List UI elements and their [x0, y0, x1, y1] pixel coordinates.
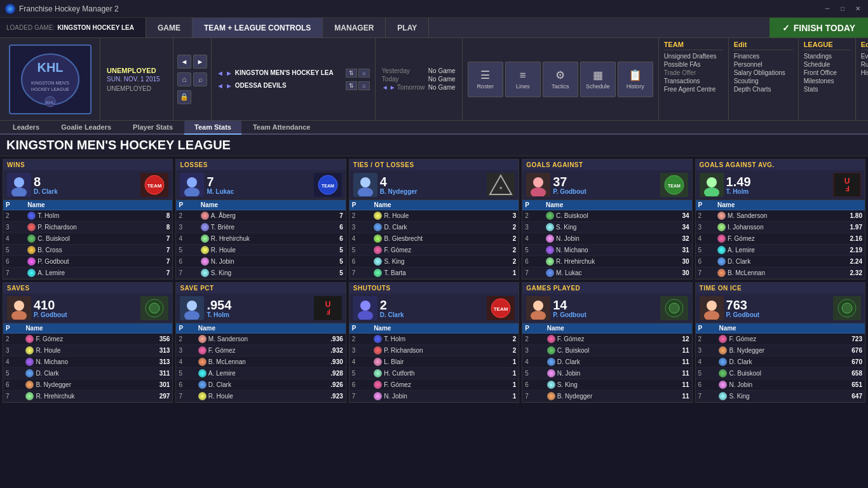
team2-icon1-button[interactable]: ⇅ — [346, 81, 357, 90]
player-icon — [374, 369, 382, 377]
row-pos: 5 — [696, 245, 715, 256]
wins-leader-value: 8 — [34, 175, 138, 188]
history-button[interactable]: 📋 History — [618, 62, 653, 97]
toi-title: TIME ON ICE — [696, 283, 865, 294]
row-value: 11 — [663, 356, 692, 368]
losses-team-svg: TEAM — [315, 173, 341, 196]
game-menu-button[interactable]: GAME — [146, 18, 193, 37]
league-menu-item-4[interactable]: Stats — [804, 85, 850, 93]
gp-team-logo — [660, 296, 688, 320]
row-pos: 7 — [3, 391, 23, 402]
tomorrow-next-button[interactable]: ► — [390, 84, 396, 91]
toi-value: 763 — [726, 299, 831, 311]
manager-menu-button[interactable]: MANAGER — [323, 18, 386, 37]
toi-team-svg — [834, 297, 860, 320]
row-name: P. Godbout — [25, 256, 152, 268]
minimize-button[interactable]: ─ — [822, 4, 832, 14]
saves-leader-info: 410 P. Godbout — [34, 299, 138, 318]
edit-menu-item-2[interactable]: Salary Obligations — [734, 69, 793, 77]
tactics-button[interactable]: ⚙ Tactics — [543, 62, 578, 97]
finish-today-button[interactable]: ✓ FINISH TODAY — [770, 18, 868, 37]
row-name: F. Gómez — [715, 233, 829, 245]
schedule-button[interactable]: ▦ Schedule — [580, 62, 616, 97]
league-menu-item-0[interactable]: Standings — [804, 52, 850, 60]
team-logo-svg: KHL KINGSTON MEN'S HOCKEY LEAGUE KHL — [12, 48, 88, 111]
table-row: 6 D. Clark .926 — [176, 379, 345, 391]
league-edit-item-1[interactable]: Rules — [861, 60, 868, 69]
lock-icon-button[interactable]: 🔒 — [177, 90, 191, 104]
goals-against-team-svg: TEAM — [661, 173, 687, 196]
tab-goalie-leaders[interactable]: Goalie Leaders — [51, 121, 121, 135]
gp-th-p: P — [522, 323, 544, 334]
tab-player-stats[interactable]: Player Stats — [123, 121, 183, 135]
row-pos: 6 — [522, 379, 544, 391]
saves-team-logo — [140, 296, 168, 320]
player-icon — [374, 212, 382, 220]
team-menu-item-0[interactable]: Unsigned Draftees — [664, 52, 723, 60]
gaa-table: PName 2 M. Sanderson 1.80 3 I. Johansson… — [696, 200, 865, 279]
nav-prev-button[interactable]: ◄ — [177, 55, 191, 69]
nav-next-button[interactable]: ► — [193, 55, 207, 69]
player-icon — [717, 246, 726, 254]
row-pos: 4 — [522, 233, 543, 245]
row-name: B. Cross — [25, 245, 152, 256]
ga-th-val — [665, 200, 692, 210]
team-menu-item-2[interactable]: Trade Offer — [664, 69, 723, 77]
edit-menu-item-3[interactable]: Scouting — [734, 77, 793, 85]
team1-icon2-button[interactable]: ⌂ — [358, 69, 370, 78]
table-row: 4 F. Gómez 2.16 — [696, 233, 865, 245]
maximize-button[interactable]: □ — [837, 4, 848, 14]
finish-today-check-icon: ✓ — [782, 23, 790, 33]
edit-menu-item-0[interactable]: Finances — [734, 52, 793, 60]
table-row: 5 F. Gómez 2 — [349, 245, 519, 256]
edit-menu-item-1[interactable]: Personnel — [734, 60, 793, 69]
edit-menu-item-4[interactable]: Depth Charts — [734, 85, 793, 93]
gp-th-val — [663, 323, 692, 334]
team-menu-item-3[interactable]: Transactions — [664, 77, 723, 85]
player-icon — [198, 392, 207, 400]
gaa-team-svg: U Ⅎ — [834, 173, 860, 196]
league-edit-item-2[interactable]: History — [861, 69, 868, 77]
league-menu-item-1[interactable]: Schedule — [804, 60, 850, 69]
tomorrow-text: Tomorrow — [397, 84, 425, 91]
league-menu-item-2[interactable]: Front Office — [804, 69, 850, 77]
row-value: 670 — [830, 356, 865, 368]
team1-icon1-button[interactable]: ⇅ — [346, 69, 357, 78]
table-row: 5 A. Lemire 2.19 — [696, 245, 865, 256]
league-menu-item-3[interactable]: Milestones — [804, 77, 850, 85]
team-menu-item-4[interactable]: Free Agent Centre — [664, 85, 723, 93]
table-row: 5 B. Cross 7 — [3, 245, 172, 256]
player-icon — [198, 346, 207, 355]
tab-team-attendance[interactable]: Team Attendance — [243, 121, 320, 135]
close-button[interactable]: ✕ — [853, 4, 863, 14]
table-row: 3 P. Richardson 8 — [3, 222, 172, 233]
home-icon-button[interactable]: ⌂ — [177, 72, 191, 86]
window-controls: ─ □ ✕ — [822, 4, 863, 14]
row-value: 1 — [498, 356, 519, 368]
team-league-menu-button[interactable]: TEAM + LEAGUE CONTROLS — [193, 18, 323, 37]
tab-leaders[interactable]: Leaders — [3, 121, 50, 135]
roster-button[interactable]: ☰ Roster — [468, 62, 503, 97]
team2-icon2-button[interactable]: ⌂ — [358, 81, 370, 90]
tomorrow-prev-button[interactable]: ◄ — [382, 84, 388, 91]
row-value: 8 — [153, 210, 173, 222]
league-edit-item-0[interactable]: Events — [861, 52, 868, 60]
svg-point-44 — [187, 301, 197, 311]
row-value: 7 — [325, 210, 346, 222]
row-value: 297 — [139, 391, 173, 402]
team-menu-item-1[interactable]: Possible FAs — [664, 60, 723, 69]
lines-button[interactable]: ≡ Lines — [505, 62, 541, 97]
league-title: KINGSTON MEN'S HOCKEY LEAGUE — [0, 135, 868, 156]
status-panel: UNEMPLOYED SUN. NOV. 1 2015 UNEMPLOYED — [100, 38, 173, 120]
table-row: 7 S. King 647 — [696, 391, 865, 402]
player-icon — [717, 269, 726, 277]
table-row: 6 N. Jobin 651 — [696, 379, 865, 391]
gaa-leader-info: 1.49 T. Holm — [726, 175, 831, 195]
play-menu-button[interactable]: PLAY — [386, 18, 429, 37]
tab-team-stats[interactable]: Team Stats — [184, 121, 241, 135]
search-icon-button[interactable]: ⌕ — [193, 72, 207, 86]
team1-arrows: ◄ ► — [217, 69, 233, 77]
player-icon — [374, 223, 382, 231]
lines-icon: ≡ — [520, 69, 526, 82]
row-pos: 7 — [176, 391, 195, 402]
